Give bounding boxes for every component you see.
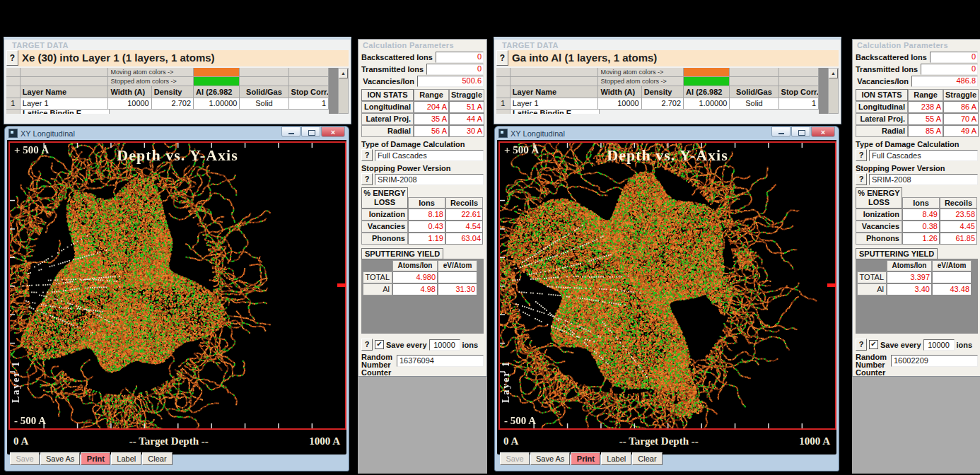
density-cell[interactable]: 2.702 (152, 98, 194, 110)
damage-calc-input[interactable]: Full Cascades (869, 150, 978, 161)
save-as-button[interactable]: Save As (530, 452, 570, 465)
row-number-cell: 1 (6, 98, 21, 110)
random-number-input[interactable]: 16376094 (397, 355, 484, 367)
damage-calc-input[interactable]: Full Cascades (375, 150, 484, 161)
clear-button[interactable]: Clear (632, 452, 662, 465)
save-every-input[interactable]: 10000 (923, 339, 955, 351)
range-header: Range (908, 89, 943, 101)
moving-colors-row: Moving atom colors -> (6, 68, 329, 77)
radial-straggle: 49 A (943, 125, 979, 137)
x-axis-title: -- Target Depth -- (619, 435, 699, 447)
phonons-ions: 1.26 (902, 233, 940, 245)
column-header-element: Al (26.982 (194, 86, 240, 98)
table-scrollbar[interactable]: ▲ (338, 68, 349, 114)
stoichiometry-cell[interactable]: 1.00000 (684, 98, 730, 110)
layer-name-cell[interactable]: Layer 1 (21, 98, 109, 110)
plot-button-bar: Save Save As Print Label Clear (7, 451, 346, 467)
stop-corr-cell[interactable]: 1 (779, 98, 819, 110)
radial-label: Radial (856, 125, 908, 137)
stopped-color-swatch[interactable] (194, 77, 240, 86)
desktop-background (852, 377, 980, 474)
layer-label: Layer 1 (11, 360, 22, 403)
y-axis-bottom-label: - 500 A (504, 415, 536, 427)
xy-plot: Depth vs. Y-Axis + 500 Å - 500 A Layer 1 (8, 141, 346, 430)
moving-color-swatch[interactable] (194, 68, 240, 77)
help-question-icon[interactable]: ? (856, 149, 867, 161)
solid-gas-cell[interactable]: Solid (730, 98, 778, 110)
save-every-checkbox[interactable]: ✔ (375, 340, 384, 349)
clear-button[interactable]: Clear (142, 452, 172, 465)
phonons-label: Phonons (361, 233, 408, 245)
save-every-input[interactable]: 10000 (429, 339, 460, 351)
radial-range: 56 A (414, 125, 449, 137)
ions-header: Ions (408, 197, 445, 209)
vacancies-recoils: 4.54 (445, 221, 483, 233)
stop-corr-cell[interactable]: 1 (289, 98, 329, 110)
save-every-checkbox[interactable]: ✔ (869, 340, 878, 349)
print-button[interactable]: Print (81, 452, 110, 465)
radial-label: Radial (361, 125, 414, 137)
moving-color-swatch[interactable] (684, 68, 730, 77)
y-axis-top-label: + 500 Å (14, 144, 49, 156)
save-button[interactable]: Save (500, 452, 530, 465)
target-data-panel: TARGET DATA ? Xe (30) into Layer 1 (1 la… (4, 37, 351, 124)
help-question-icon[interactable]: ? (361, 339, 373, 351)
minimize-icon[interactable] (771, 127, 791, 137)
random-number-input[interactable]: 16002209 (891, 355, 978, 367)
sputter-al-atoms: 3.40 (887, 283, 932, 295)
close-icon[interactable]: × (811, 127, 835, 137)
maximize-icon[interactable] (791, 127, 810, 137)
width-cell[interactable]: 10000 (108, 98, 151, 110)
vacancies-ions: 0.43 (408, 221, 445, 233)
print-button[interactable]: Print (571, 452, 600, 465)
scroll-up-icon[interactable]: ▲ (829, 69, 838, 78)
minimize-icon[interactable] (281, 127, 301, 137)
stopping-power-input[interactable]: SRIM-2008 (869, 174, 978, 185)
x-axis-strip: 0 A -- Target Depth -- 1000 A (497, 431, 836, 451)
stopped-color-swatch[interactable] (684, 77, 730, 86)
layer-name-cell[interactable]: Layer 1 (511, 98, 599, 110)
table-cell (6, 77, 21, 86)
plot-window-titlebar[interactable]: XY Longitudinal × (497, 127, 836, 140)
density-cell[interactable]: 2.702 (642, 98, 684, 110)
recoils-header: Recoils (940, 197, 977, 209)
scroll-up-icon[interactable]: ▲ (339, 69, 348, 78)
help-question-icon[interactable]: ? (496, 50, 508, 66)
sputtering-yield-title: SPUTTERING YIELD (361, 248, 443, 259)
sputter-corner-cell (857, 260, 887, 271)
energy-loss-title-line1: % ENERGY (363, 189, 406, 198)
energy-loss-title-line1: % ENERGY (858, 189, 900, 198)
backscattered-label: Backscattered Ions (361, 53, 436, 61)
help-question-icon[interactable]: ? (361, 173, 373, 185)
plot-window-titlebar[interactable]: XY Longitudinal × (7, 127, 346, 140)
label-button[interactable]: Label (111, 452, 141, 465)
save-button[interactable]: Save (10, 452, 40, 465)
table-header-row: Layer Name Width (A) Density Al (26.982 … (6, 86, 329, 98)
stopped-colors-label: Stopped atom colors -> (108, 77, 194, 86)
phonons-recoils: 61.85 (940, 233, 977, 245)
ionization-ions: 8.18 (408, 209, 445, 221)
stoichiometry-cell[interactable]: 1.00000 (194, 98, 240, 110)
straggle-header: Straggle (943, 89, 979, 101)
help-question-icon[interactable]: ? (856, 173, 867, 185)
x-axis-title: -- Target Depth -- (129, 435, 209, 447)
solid-gas-cell[interactable]: Solid (240, 98, 288, 110)
ion-stats-title: ION STATS (361, 89, 414, 101)
close-icon[interactable]: × (321, 127, 345, 137)
stopping-power-input[interactable]: SRIM-2008 (375, 174, 484, 185)
label-button[interactable]: Label (601, 452, 631, 465)
sputtering-yield-area: Atoms/Ion eV/Atom TOTAL 4.980 Al 4.98 31… (361, 259, 484, 334)
sputter-al-label: Al (857, 283, 887, 295)
table-cell (240, 68, 288, 77)
save-every-label: Save every (386, 341, 427, 349)
table-cell (21, 77, 109, 86)
width-cell[interactable]: 10000 (598, 98, 641, 110)
help-question-icon[interactable]: ? (361, 149, 373, 161)
window-icon (8, 129, 18, 138)
help-question-icon[interactable]: ? (6, 50, 18, 66)
maximize-icon[interactable] (301, 127, 320, 137)
save-as-button[interactable]: Save As (40, 452, 80, 465)
table-scrollbar[interactable]: ▲ (828, 68, 839, 114)
help-question-icon[interactable]: ? (856, 339, 867, 351)
xy-plot: Depth vs. Y-Axis + 500 Å - 500 A Layer 1 (498, 141, 836, 430)
